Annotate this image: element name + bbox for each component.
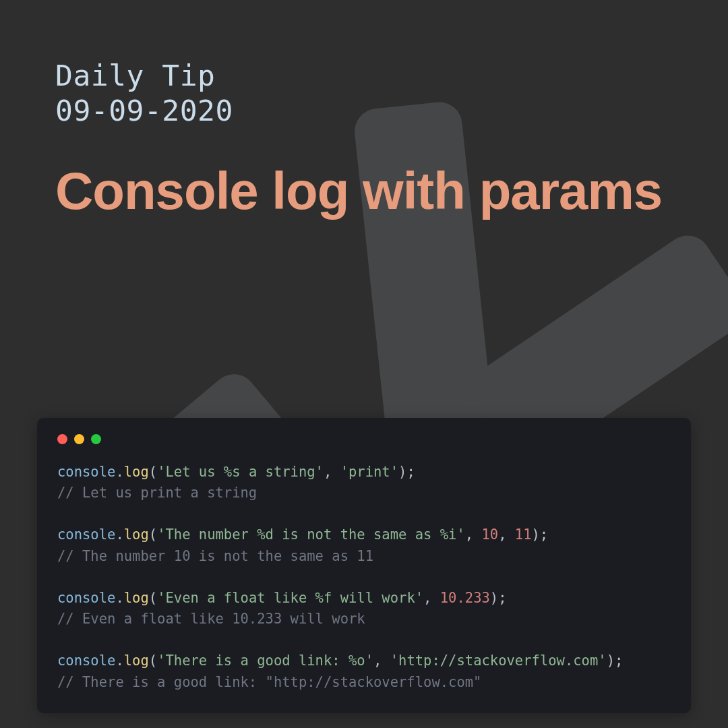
code-block: console.log('Let us %s a string', 'print… <box>57 462 671 693</box>
close-icon <box>57 434 67 444</box>
page-title: Console log with params <box>55 161 673 222</box>
minimize-icon <box>74 434 84 444</box>
code-window: console.log('Let us %s a string', 'print… <box>37 418 691 713</box>
maximize-icon <box>91 434 101 444</box>
window-chrome <box>57 434 671 444</box>
tip-label: Daily Tip 09-09-2020 <box>55 58 673 129</box>
